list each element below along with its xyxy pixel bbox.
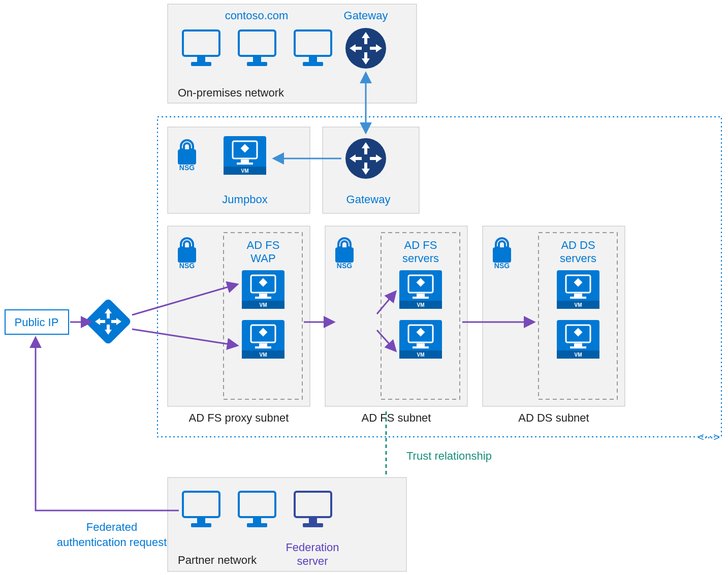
- svg-text:Federation: Federation: [286, 541, 339, 554]
- external-lb-icon: [84, 298, 132, 345]
- adfs-caption: AD FS subnet: [362, 411, 431, 424]
- jumpbox-box: NSG VM Jumpbox: [168, 127, 310, 213]
- nsg-label: NSG: [494, 262, 510, 270]
- svg-text:AD FS: AD FS: [404, 239, 437, 251]
- svg-text:AD FS: AD FS: [247, 239, 280, 251]
- lock-icon: [493, 238, 511, 263]
- lock-icon: [178, 238, 196, 263]
- architecture-diagram: contoso.com Gateway On-premises network …: [0, 0, 728, 575]
- svg-text:AD DS: AD DS: [561, 239, 595, 251]
- lock-icon: [335, 238, 354, 263]
- svg-text:VM: VM: [575, 352, 582, 358]
- trust-label: Trust relationship: [406, 450, 492, 462]
- svg-text:VM: VM: [241, 168, 249, 174]
- onprem-caption: On-premises network: [178, 86, 284, 99]
- partner-caption: Partner network: [178, 554, 257, 566]
- svg-text:servers: servers: [402, 252, 439, 265]
- svg-text:VM: VM: [260, 302, 267, 308]
- cloud-gateway-box: Gateway: [323, 127, 419, 213]
- svg-text:Federated: Federated: [86, 521, 137, 533]
- nsg-label: NSG: [179, 164, 195, 172]
- gateway-icon: [345, 138, 386, 179]
- onprem-title: contoso.com: [225, 9, 289, 22]
- cloud-gateway-label: Gateway: [346, 193, 391, 206]
- svg-text:VM: VM: [417, 302, 425, 308]
- public-ip-label: Public IP: [15, 316, 59, 329]
- lock-icon: [178, 140, 196, 165]
- svg-text:WAP: WAP: [250, 252, 275, 265]
- onprem-box: contoso.com Gateway On-premises network: [168, 4, 417, 103]
- onprem-gateway-label: Gateway: [344, 9, 388, 22]
- nsg-label: NSG: [337, 262, 352, 270]
- adds-caption: AD DS subnet: [518, 411, 589, 424]
- svg-text:VM: VM: [260, 352, 267, 358]
- svg-text:servers: servers: [560, 252, 596, 265]
- svg-text:authentication request: authentication request: [57, 536, 167, 549]
- jumpbox-label: Jumpbox: [222, 193, 267, 206]
- vnet-expand-icon: <···>: [698, 431, 720, 443]
- nsg-label: NSG: [179, 262, 195, 270]
- svg-text:server: server: [297, 555, 328, 567]
- adfs-box: NSG AD FS servers VM VM AD FS subnet: [325, 226, 467, 424]
- svg-text:VM: VM: [575, 302, 582, 308]
- adds-box: NSG AD DS servers VM VM AD DS subnet: [483, 226, 625, 424]
- gateway-icon: [345, 28, 386, 69]
- wap-caption: AD FS proxy subnet: [189, 411, 289, 424]
- adfs-wap-box: NSG AD FS WAP VM VM AD FS proxy subnet: [168, 226, 310, 424]
- svg-rect-37: [303, 523, 323, 527]
- partner-box: Partner network Federation server: [168, 477, 406, 571]
- svg-text:VM: VM: [417, 352, 425, 358]
- svg-rect-36: [309, 518, 317, 523]
